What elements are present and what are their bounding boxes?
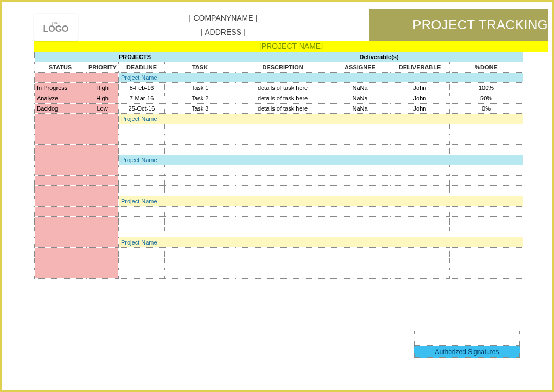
cell-description[interactable]: details of task here <box>235 83 330 93</box>
cell-deliverable[interactable] <box>390 248 450 258</box>
cell-priority[interactable]: High <box>86 93 119 104</box>
cell-priority[interactable] <box>86 186 119 196</box>
group-priority-cell[interactable] <box>86 73 119 83</box>
cell-status[interactable] <box>35 207 86 217</box>
cell-done[interactable] <box>450 258 523 268</box>
cell-task[interactable] <box>165 227 235 237</box>
cell-task[interactable] <box>165 258 235 268</box>
cell-assignee[interactable] <box>330 268 390 279</box>
cell-priority[interactable] <box>86 227 119 237</box>
group-status-cell[interactable] <box>35 114 86 124</box>
cell-priority[interactable] <box>86 207 119 217</box>
cell-deadline[interactable] <box>119 217 165 227</box>
group-priority-cell[interactable] <box>86 114 119 124</box>
cell-deadline[interactable]: 7-Mar-16 <box>119 93 165 104</box>
cell-done[interactable] <box>450 248 523 258</box>
cell-status[interactable] <box>35 227 86 237</box>
cell-done[interactable]: 50% <box>450 93 523 104</box>
group-priority-cell[interactable] <box>86 196 119 207</box>
cell-deadline[interactable] <box>119 145 165 155</box>
cell-done[interactable] <box>450 134 523 145</box>
cell-task[interactable] <box>165 207 235 217</box>
cell-deadline[interactable] <box>119 258 165 268</box>
cell-priority[interactable] <box>86 268 119 279</box>
cell-task[interactable] <box>165 145 235 155</box>
project-group-label[interactable]: Project Name <box>119 155 523 165</box>
cell-priority[interactable] <box>86 258 119 268</box>
cell-deliverable[interactable] <box>390 134 450 145</box>
cell-status[interactable] <box>35 134 86 145</box>
cell-deliverable[interactable]: John <box>390 104 450 114</box>
cell-priority[interactable] <box>86 124 119 134</box>
cell-assignee[interactable]: NaNa <box>330 83 390 93</box>
cell-priority[interactable]: Low <box>86 104 119 114</box>
cell-assignee[interactable]: NaNa <box>330 104 390 114</box>
cell-description[interactable] <box>235 258 330 268</box>
cell-deadline[interactable] <box>119 248 165 258</box>
project-name-bar[interactable]: [PROJECT NAME] <box>34 41 548 52</box>
cell-deliverable[interactable]: John <box>390 83 450 93</box>
cell-task[interactable] <box>165 165 235 176</box>
cell-deadline[interactable] <box>119 207 165 217</box>
project-group-label[interactable]: Project Name <box>119 196 523 207</box>
cell-status[interactable]: In Progress <box>35 83 86 93</box>
cell-deliverable[interactable] <box>390 186 450 196</box>
cell-task[interactable] <box>165 217 235 227</box>
project-group-label[interactable]: Project Name <box>119 73 523 83</box>
cell-done[interactable] <box>450 176 523 186</box>
cell-status[interactable] <box>35 165 86 176</box>
cell-assignee[interactable] <box>330 124 390 134</box>
cell-assignee[interactable] <box>330 217 390 227</box>
cell-description[interactable] <box>235 268 330 279</box>
cell-deliverable[interactable] <box>390 176 450 186</box>
cell-deliverable[interactable] <box>390 217 450 227</box>
cell-priority[interactable] <box>86 176 119 186</box>
cell-status[interactable]: Analyze <box>35 93 86 104</box>
cell-description[interactable] <box>235 145 330 155</box>
cell-priority[interactable] <box>86 134 119 145</box>
cell-deadline[interactable] <box>119 176 165 186</box>
cell-description[interactable] <box>235 227 330 237</box>
cell-deadline[interactable] <box>119 165 165 176</box>
cell-done[interactable] <box>450 165 523 176</box>
cell-deliverable[interactable] <box>390 145 450 155</box>
group-status-cell[interactable] <box>35 155 86 165</box>
company-name[interactable]: [ COMPANYNAME ] <box>189 14 258 22</box>
cell-task[interactable] <box>165 134 235 145</box>
cell-description[interactable] <box>235 186 330 196</box>
cell-done[interactable] <box>450 186 523 196</box>
cell-priority[interactable] <box>86 217 119 227</box>
cell-done[interactable] <box>450 268 523 279</box>
cell-task[interactable] <box>165 186 235 196</box>
cell-priority[interactable] <box>86 165 119 176</box>
cell-task[interactable] <box>165 268 235 279</box>
cell-done[interactable]: 100% <box>450 83 523 93</box>
group-priority-cell[interactable] <box>86 155 119 165</box>
cell-status[interactable] <box>35 258 86 268</box>
cell-deliverable[interactable] <box>390 227 450 237</box>
cell-description[interactable] <box>235 134 330 145</box>
cell-deadline[interactable] <box>119 124 165 134</box>
cell-done[interactable] <box>450 217 523 227</box>
cell-status[interactable] <box>35 268 86 279</box>
cell-description[interactable] <box>235 207 330 217</box>
group-status-cell[interactable] <box>35 196 86 207</box>
group-status-cell[interactable] <box>35 237 86 248</box>
cell-assignee[interactable] <box>330 145 390 155</box>
cell-priority[interactable] <box>86 248 119 258</box>
cell-task[interactable]: Task 1 <box>165 83 235 93</box>
cell-description[interactable] <box>235 124 330 134</box>
cell-done[interactable] <box>450 124 523 134</box>
cell-done[interactable] <box>450 207 523 217</box>
cell-done[interactable]: 0% <box>450 104 523 114</box>
cell-description[interactable]: details of task here <box>235 93 330 104</box>
group-priority-cell[interactable] <box>86 237 119 248</box>
cell-description[interactable] <box>235 176 330 186</box>
cell-description[interactable] <box>235 165 330 176</box>
cell-assignee[interactable] <box>330 258 390 268</box>
cell-deadline[interactable] <box>119 227 165 237</box>
group-status-cell[interactable] <box>35 73 86 83</box>
cell-assignee[interactable]: NaNa <box>330 93 390 104</box>
cell-assignee[interactable] <box>330 176 390 186</box>
cell-task[interactable] <box>165 248 235 258</box>
